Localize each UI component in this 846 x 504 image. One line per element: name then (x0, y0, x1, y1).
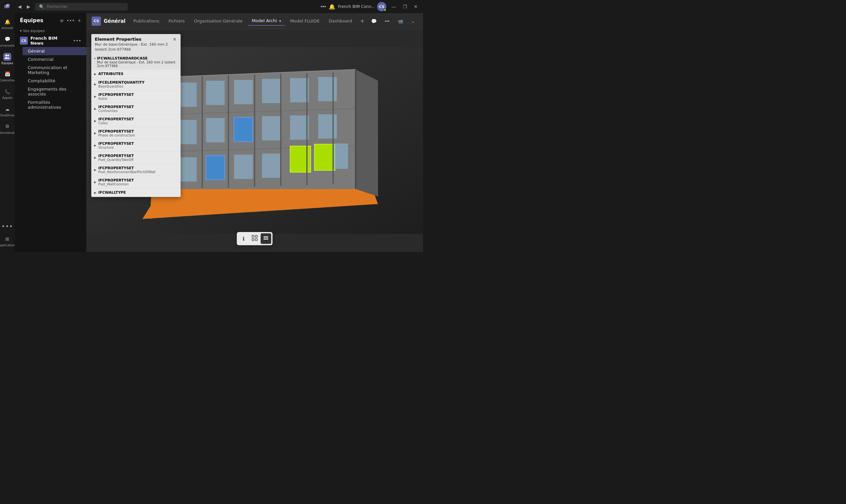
restore-button[interactable]: ❐ (400, 3, 410, 11)
tab-organisation[interactable]: Organisation Générale (190, 17, 246, 25)
prop-group-sub-pset-qty: Pset_QuantityTakeOff (98, 158, 134, 162)
channel-list: Général Commercial Communication et Mark… (15, 47, 86, 111)
viewer-info-button[interactable]: ℹ (238, 233, 249, 244)
viewer-tree-button[interactable] (249, 233, 260, 244)
prop-group-label-pset-reinf: IFCPROPERTYSET (98, 166, 156, 170)
svg-rect-40 (255, 235, 257, 237)
prop-group-header-pset-qty[interactable]: ▶ IFCPROPERTYSET Pset_QuantityTakeOff (91, 152, 180, 164)
sidebar-label-activite: Activité (2, 26, 13, 30)
channel-label-comptabilite: Comptabilité (28, 78, 55, 83)
tab-bar-right: 💬 ••• 📹 ⌄ (368, 17, 418, 25)
search-input[interactable] (47, 4, 124, 9)
tab-model-fluide[interactable]: Model FLUIDE (286, 17, 324, 25)
team-name: French BIM News (31, 36, 70, 46)
prop-group-header-autre[interactable]: ▶ IFCPROPERTYSET Autre (91, 91, 180, 103)
avatar[interactable]: CS (377, 2, 386, 11)
close-button[interactable]: ✕ (411, 3, 420, 11)
add-team-button[interactable]: + (77, 18, 81, 23)
tab-dashboard[interactable]: Dashboard (325, 17, 356, 25)
prop-group-header-ifcwalltype[interactable]: ▶ IFCWALLTYPE (91, 188, 180, 197)
titlebar: T ◀ ▶ 🔍 ••• 🔔 French BIM Conn... CS — ❐ … (0, 0, 423, 13)
svg-rect-17 (206, 118, 225, 142)
add-tab-button[interactable]: + (357, 17, 367, 25)
chevron-right-icon: ▶ (94, 131, 96, 135)
channel-item-communication[interactable]: Communication et Marketing (22, 64, 86, 77)
vos-equipes-section[interactable]: ▾ Vos équipes (15, 28, 86, 34)
back-button[interactable]: ◀ (16, 3, 23, 11)
chevron-right-icon: ▶ (94, 191, 96, 194)
ifc-main-item[interactable]: ▾ IFCWALLSTANDARDCASE Mur de base:Généri… (91, 54, 180, 70)
minimize-button[interactable]: — (389, 3, 399, 11)
tab-fichiers[interactable]: Fichiers (165, 17, 189, 25)
svg-rect-20 (290, 115, 309, 140)
search-icon: 🔍 (39, 4, 44, 9)
panel-header: Element Properties Mur de base:Générique… (91, 34, 180, 54)
svg-point-3 (5, 55, 7, 56)
prop-group-header-pset-reinf[interactable]: ▶ IFCPROPERTYSET Pset_ReinforcementBarPi… (91, 164, 180, 176)
sidebar-item-equipes[interactable]: Équipes (0, 51, 15, 67)
sidebar-item-administrat[interactable]: ⚙ Administrat... (0, 121, 15, 137)
more-options-button[interactable]: ••• (320, 4, 326, 10)
prop-group-label-contraintes: IFCPROPERTYSET (98, 105, 134, 109)
prop-group-header-cotes[interactable]: ▶ IFCPROPERTYSET Cotes (91, 115, 180, 127)
tab-model-archi[interactable]: Model Archi ▾ (248, 16, 285, 26)
sidebar-item-calendrier[interactable]: 📅 Calendrier (0, 68, 15, 84)
prop-group-header-contraintes[interactable]: ▶ IFCPROPERTYSET Contraintes (91, 103, 180, 115)
administrat-icon: ⚙ (3, 123, 11, 130)
video-call-button[interactable]: 📹 (395, 17, 406, 25)
chat-icon-button[interactable]: 💬 (368, 17, 380, 25)
prop-group-header-structure[interactable]: ▶ IFCPROPERTYSET Structure (91, 140, 180, 151)
sidebar-label-applications: Applications (0, 244, 17, 247)
svg-rect-11 (206, 80, 225, 105)
conversation-icon: 💬 (3, 35, 11, 43)
prop-group-header-phase[interactable]: ▶ IFCPROPERTYSET Phase de construction (91, 127, 180, 139)
activite-icon: 🔔 (3, 18, 11, 26)
expand-button[interactable]: ⌄ (408, 17, 418, 25)
viewer-list-button[interactable] (261, 233, 271, 244)
svg-rect-22 (178, 157, 197, 181)
channel-item-engagements[interactable]: Engagements des associés (22, 85, 86, 98)
sidebar-item-activite[interactable]: 🔔 Activité (0, 16, 15, 32)
panel-title: Element Properties (94, 37, 172, 42)
panel-subtitle-line1: Mur de base:Générique - Ext. 160 mm 2 (94, 42, 172, 47)
chevron-down-icon: ▾ (20, 29, 22, 33)
chevron-right-icon: ▶ (94, 180, 96, 184)
viewer-toolbar: ℹ (237, 232, 272, 245)
prop-group-header-ifcelementquantity[interactable]: ▶ IFCELEMENTQUANTITY BaseQuantities (91, 78, 180, 90)
sidebar-item-applications[interactable]: ⊞ Applications (0, 233, 15, 249)
tab-publications[interactable]: Publications (129, 17, 163, 25)
sidebar-item-onedrive[interactable]: ☁ OneDrive (0, 103, 15, 119)
info-icon: ℹ (243, 236, 244, 242)
onedrive-icon: ☁ (3, 105, 11, 113)
sidebar-item-conversation[interactable]: 💬 Conversation (0, 33, 15, 50)
filter-icon[interactable]: ≡ (60, 18, 64, 23)
more-tab-options-button[interactable]: ••• (382, 17, 392, 25)
prop-group-sub-structure: Structure (98, 146, 134, 149)
prop-group-attributes: ▶ ATTRIBUTES (91, 70, 180, 78)
panel-close-button[interactable]: ✕ (172, 37, 177, 42)
prop-group-header-attributes[interactable]: ▶ ATTRIBUTES (91, 70, 180, 78)
team-menu-icon[interactable]: ••• (73, 38, 81, 43)
prop-group-pset-qty: ▶ IFCPROPERTYSET Pset_QuantityTakeOff (91, 152, 180, 164)
sidebar-label-onedrive: OneDrive (0, 114, 14, 117)
teams-panel-header: Équipes ≡ ••• + (15, 13, 86, 28)
channel-item-formalites[interactable]: Formalités administratives (22, 98, 86, 111)
model-archi-dropdown-icon: ▾ (280, 19, 281, 23)
svg-point-4 (7, 55, 9, 56)
notifications-icon[interactable]: 🔔 (329, 4, 335, 10)
sidebar-more-button[interactable]: ••• (0, 221, 15, 232)
channel-item-comptabilite[interactable]: Comptabilité (22, 77, 86, 85)
channel-item-commercial[interactable]: Commercial (22, 55, 86, 64)
svg-rect-13 (262, 79, 281, 103)
more-teams-button[interactable]: ••• (67, 18, 75, 23)
forward-button[interactable]: ▶ (25, 3, 32, 11)
channel-item-general[interactable]: Général (22, 47, 86, 55)
prop-group-header-pset-wall[interactable]: ▶ IFCPROPERTYSET Pset_WallCommon (91, 176, 180, 188)
prop-group-phase: ▶ IFCPROPERTYSET Phase de construction (91, 127, 180, 140)
sidebar-item-appels[interactable]: 📞 Appels (0, 86, 15, 102)
team-french-bim-news[interactable]: CS French BIM News ••• (15, 34, 86, 47)
search-bar[interactable]: 🔍 (35, 3, 128, 11)
svg-rect-28 (333, 143, 348, 169)
prop-group-ifcpropertyset-cotes: ▶ IFCPROPERTYSET Cotes (91, 115, 180, 127)
svg-rect-41 (252, 239, 254, 240)
